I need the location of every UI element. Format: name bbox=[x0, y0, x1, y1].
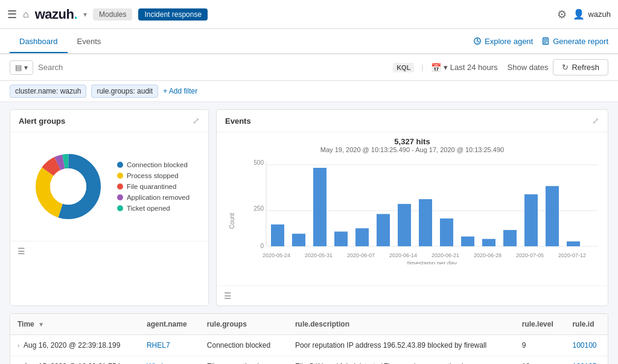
svg-text:0: 0 bbox=[260, 243, 264, 249]
home-icon[interactable]: ⌂ bbox=[23, 9, 29, 20]
col-agent-name[interactable]: agent.name bbox=[139, 314, 200, 335]
legend-label-process: Process stopped bbox=[127, 172, 179, 179]
cell-time: › Aug 15, 2020 @ 16:29:31.754 bbox=[10, 356, 139, 365]
explore-agent-icon bbox=[473, 37, 482, 45]
table-row: › Aug 16, 2020 @ 22:39:18.199 RHEL7 Conn… bbox=[10, 335, 608, 356]
show-dates-button[interactable]: Show dates bbox=[508, 63, 549, 72]
table-body: › Aug 16, 2020 @ 22:39:18.199 RHEL7 Conn… bbox=[10, 335, 608, 365]
svg-text:500: 500 bbox=[253, 159, 264, 166]
y-axis-label: Count bbox=[229, 212, 235, 229]
filter-tag-rule-groups[interactable]: rule.groups: audit bbox=[91, 85, 158, 98]
legend-dot-file bbox=[117, 184, 123, 190]
svg-text:2020-05-24: 2020-05-24 bbox=[263, 252, 290, 258]
table-header: Time ▼ agent.name rule.groups rule.descr… bbox=[10, 314, 608, 335]
kql-badge[interactable]: KQL bbox=[393, 63, 414, 72]
hamburger-menu-icon[interactable]: ☰ bbox=[7, 8, 17, 21]
svg-text:2020-07-05: 2020-07-05 bbox=[516, 252, 544, 258]
chart-title-area: 5,327 hits May 19, 2020 @ 10:13:25.490 -… bbox=[224, 137, 600, 153]
cell-time: › Aug 16, 2020 @ 22:39:18.199 bbox=[10, 335, 139, 356]
svg-text:timestamp per day: timestamp per day bbox=[407, 260, 457, 264]
generate-report-button[interactable]: Generate report bbox=[541, 37, 608, 46]
modules-breadcrumb[interactable]: Modules bbox=[93, 8, 132, 21]
donut-legend: Connection blocked Process stopped File … bbox=[117, 161, 190, 212]
time-range-select[interactable]: 📅 ▾ Last 24 hours bbox=[431, 63, 498, 72]
explore-agent-button[interactable]: Explore agent bbox=[473, 37, 533, 46]
cell-rule-id[interactable]: 100100 bbox=[565, 335, 608, 356]
events-table-panel: Time ▼ agent.name rule.groups rule.descr… bbox=[10, 313, 608, 364]
charts-row: Alert groups ⤢ bbox=[10, 109, 608, 306]
col-rule-level[interactable]: rule.level bbox=[515, 314, 565, 335]
legend-label-file: File quarantined bbox=[127, 183, 176, 190]
cell-rule-description: Poor reputation IP address 196.52.43.89 … bbox=[288, 335, 515, 356]
filter-select-icon: ▤ bbox=[15, 63, 22, 72]
alert-groups-panel: Alert groups ⤢ bbox=[10, 109, 209, 306]
svg-rect-27 bbox=[524, 194, 538, 246]
report-icon bbox=[541, 37, 550, 45]
bar-chart-container: Count 0 250 500 bbox=[224, 156, 600, 286]
events-body: 5,327 hits May 19, 2020 @ 10:13:25.490 -… bbox=[217, 132, 608, 286]
col-rule-description[interactable]: rule.description bbox=[288, 314, 515, 335]
user-menu[interactable]: 👤 wazuh bbox=[573, 8, 611, 20]
refresh-button[interactable]: ↻ Refresh bbox=[553, 59, 608, 75]
col-rule-groups[interactable]: rule.groups bbox=[200, 314, 288, 335]
nav-chevron-icon[interactable]: ▾ bbox=[83, 10, 87, 19]
alert-groups-title: Alert groups bbox=[19, 117, 65, 126]
svg-text:2020-07-12: 2020-07-12 bbox=[558, 252, 586, 258]
list-view-icon[interactable]: ☰ bbox=[18, 246, 25, 256]
filter-type-select[interactable]: ▤ ▾ bbox=[10, 60, 33, 75]
svg-rect-26 bbox=[503, 230, 517, 246]
col-rule-id[interactable]: rule.id bbox=[565, 314, 608, 335]
filter-bar: ▤ ▾ KQL | 📅 ▾ Last 24 hours Show dates ↻… bbox=[0, 54, 618, 81]
svg-rect-28 bbox=[546, 186, 559, 246]
events-table: Time ▼ agent.name rule.groups rule.descr… bbox=[10, 314, 608, 364]
filter-tag-cluster[interactable]: cluster.name: wazuh bbox=[10, 85, 86, 98]
events-panel-footer: ☰ bbox=[217, 286, 608, 305]
tab-events[interactable]: Events bbox=[68, 31, 111, 53]
tab-dashboard[interactable]: Dashboard bbox=[10, 31, 68, 53]
svg-rect-18 bbox=[334, 232, 348, 246]
cell-rule-groups: Connection blocked bbox=[200, 335, 288, 356]
cell-agent[interactable]: Windows bbox=[139, 356, 200, 365]
svg-point-7 bbox=[50, 168, 86, 205]
legend-ticket-opened: Ticket opened bbox=[117, 205, 190, 212]
cell-agent[interactable]: RHEL7 bbox=[139, 335, 200, 356]
expand-icon[interactable]: ⤢ bbox=[193, 116, 200, 126]
add-filter-button[interactable]: + Add filter bbox=[163, 87, 197, 95]
user-icon: 👤 bbox=[573, 8, 585, 20]
svg-rect-20 bbox=[377, 214, 390, 247]
bar-chart-svg: 0 250 500 bbox=[246, 156, 600, 264]
alert-groups-footer: ☰ bbox=[10, 241, 208, 261]
chart-date-range: May 19, 2020 @ 10:13:25.490 - Aug 17, 20… bbox=[224, 146, 600, 153]
sub-nav-actions: Explore agent Generate report bbox=[473, 37, 608, 46]
cell-rule-level: 9 bbox=[515, 335, 565, 356]
incident-response-breadcrumb[interactable]: Incident response bbox=[138, 8, 208, 21]
settings-icon[interactable]: ⚙ bbox=[557, 8, 567, 21]
legend-dot-process bbox=[117, 173, 123, 179]
row-expand-icon[interactable]: › bbox=[18, 342, 19, 349]
cell-rule-level: 10 bbox=[515, 356, 565, 365]
legend-dot-app bbox=[117, 194, 123, 200]
donut-svg bbox=[29, 147, 107, 226]
svg-rect-29 bbox=[567, 241, 580, 246]
search-input[interactable] bbox=[38, 63, 388, 72]
svg-rect-24 bbox=[461, 237, 474, 246]
svg-text:2020-06-14: 2020-06-14 bbox=[389, 252, 417, 258]
main-content: Alert groups ⤢ bbox=[0, 102, 618, 364]
events-expand-icon[interactable]: ⤢ bbox=[592, 116, 599, 126]
svg-text:2020-06-21: 2020-06-21 bbox=[432, 252, 459, 258]
chevron-down-icon: ▾ bbox=[24, 63, 28, 72]
cell-rule-id[interactable]: 100125 bbox=[565, 356, 608, 365]
events-list-view-icon[interactable]: ☰ bbox=[224, 291, 232, 301]
legend-connection-blocked: Connection blocked bbox=[117, 161, 190, 168]
svg-text:250: 250 bbox=[253, 205, 264, 212]
legend-dot-connection bbox=[117, 162, 123, 168]
svg-rect-19 bbox=[355, 228, 369, 246]
svg-rect-23 bbox=[440, 219, 453, 246]
events-panel-header: Events ⤢ bbox=[217, 110, 608, 132]
svg-rect-21 bbox=[398, 204, 411, 246]
svg-rect-15 bbox=[271, 225, 284, 246]
svg-rect-22 bbox=[419, 199, 432, 246]
events-panel: Events ⤢ 5,327 hits May 19, 2020 @ 10:13… bbox=[216, 109, 608, 306]
col-time[interactable]: Time ▼ bbox=[10, 314, 139, 335]
svg-text:2020-06-07: 2020-06-07 bbox=[347, 252, 375, 258]
